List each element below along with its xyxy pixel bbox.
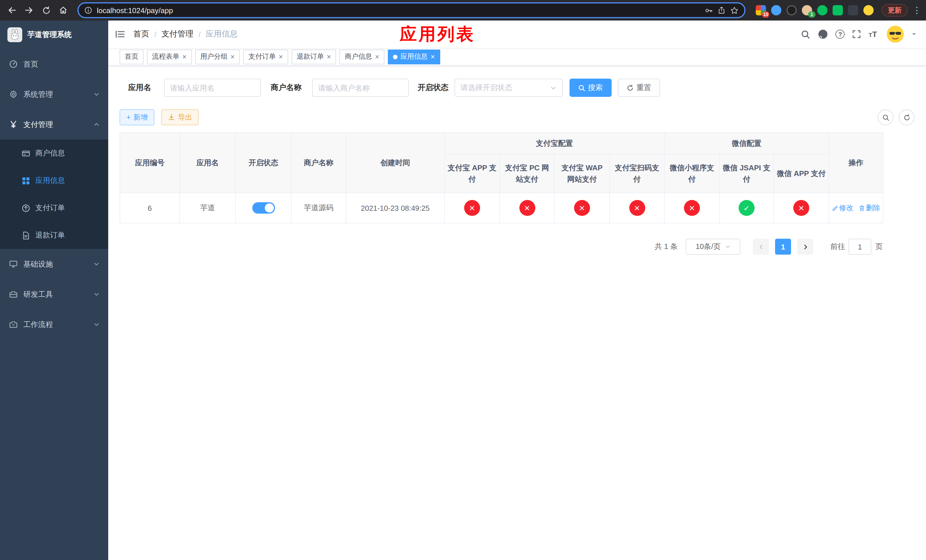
extension-green-circle-icon[interactable] [817, 5, 828, 15]
close-icon[interactable]: × [327, 53, 331, 61]
navbar-actions: ? TT [801, 26, 917, 43]
extension-avatar-icon[interactable]: 1 [802, 5, 812, 15]
toggle-search-button[interactable] [878, 109, 894, 125]
extension-green-square-icon[interactable] [832, 5, 843, 15]
cell-app-name: 芋道 [180, 193, 236, 223]
next-page-button[interactable] [797, 239, 813, 255]
url-bar[interactable]: localhost:1024/pay/app [77, 2, 746, 18]
col-wechat-jsapi: 微信 JSAPI 支付 [720, 154, 774, 193]
extension-blue-icon[interactable] [771, 5, 781, 15]
search-form: 应用名 商户名称 开启状态 请选择开启状态 搜索 重置 [128, 79, 915, 97]
sidebar-toggle-icon[interactable] [115, 29, 125, 39]
close-icon[interactable]: × [278, 53, 283, 61]
breadcrumb-current: 应用信息 [206, 29, 238, 39]
grid-icon [21, 176, 30, 185]
help-icon[interactable]: ? [836, 30, 845, 39]
browser-back-icon[interactable] [5, 3, 20, 18]
status-label: 开启状态 [418, 83, 448, 93]
edit-link[interactable]: 修改 [832, 203, 853, 213]
extension-puzzle-icon[interactable] [848, 5, 858, 15]
sidebar-item-workflow[interactable]: 工作流程 [0, 309, 108, 339]
tag-home[interactable]: 首页 [120, 49, 144, 64]
sidebar-item-refund-order[interactable]: 退款订单 [0, 222, 108, 249]
app-title: 芋道管理系统 [27, 30, 72, 40]
share-icon[interactable] [717, 6, 726, 14]
extension-dark-icon[interactable] [787, 5, 797, 15]
search-button[interactable]: 搜索 [569, 79, 611, 97]
breadcrumb-section[interactable]: 支付管理 [162, 29, 193, 39]
credit-card-icon [21, 149, 30, 157]
caret-down-icon[interactable] [911, 31, 917, 37]
document-icon [21, 231, 30, 239]
payment-submenu: 商户信息 应用信息 支付订单 [0, 139, 108, 249]
prev-page-button[interactable] [753, 239, 769, 255]
browser-home-icon[interactable] [56, 3, 71, 18]
reset-button[interactable]: 重置 [617, 79, 660, 97]
browser-forward-icon[interactable] [22, 3, 36, 18]
search-icon [578, 84, 585, 91]
alipay-pc-status-icon: ✕ [519, 200, 535, 216]
app-logo[interactable]: 芋道管理系统 [0, 21, 108, 49]
font-size-icon[interactable]: TT [869, 30, 877, 39]
tag-app-info[interactable]: 应用信息× [388, 49, 440, 64]
tag-user-group[interactable]: 用户分组× [195, 49, 240, 64]
status-select[interactable]: 请选择开启状态 [454, 79, 562, 97]
extension-grid-icon[interactable]: 10 [756, 5, 766, 15]
breadcrumb: 首页 / 支付管理 / 应用信息 [133, 29, 238, 39]
password-key-icon[interactable] [705, 6, 713, 15]
chevron-left-icon [758, 244, 764, 250]
screen: localhost:1024/pay/app 10 1 更新 ⋮ [0, 0, 926, 560]
github-icon[interactable] [818, 29, 828, 39]
browser-reload-icon[interactable] [39, 3, 53, 18]
tag-refund-order[interactable]: 退款订单× [292, 49, 336, 64]
add-button[interactable]: + 新增 [120, 109, 154, 125]
group-wechat-config: 微信配置 [664, 132, 829, 154]
site-info-icon[interactable] [84, 6, 92, 14]
search-icon[interactable] [801, 29, 811, 39]
sidebar-item-app-info[interactable]: 应用信息 [0, 167, 108, 194]
top-navbar: 首页 / 支付管理 / 应用信息 应用列表 ? [108, 21, 926, 48]
status-toggle[interactable] [252, 202, 275, 213]
merchant-name-input[interactable] [312, 79, 409, 97]
chevron-down-icon [725, 244, 730, 250]
close-icon[interactable]: × [182, 53, 186, 61]
tag-label: 退款订单 [297, 52, 324, 62]
app-name-label: 应用名 [128, 83, 151, 93]
browser-menu-icon[interactable]: ⋮ [912, 5, 921, 15]
user-avatar[interactable] [887, 26, 904, 43]
sidebar-item-label: 研发工具 [23, 289, 53, 300]
extensions-area: 10 1 [756, 5, 874, 15]
goto-page-input[interactable] [849, 239, 872, 255]
fullscreen-icon[interactable] [852, 30, 861, 39]
browser-update-button[interactable]: 更新 [882, 4, 908, 17]
refresh-table-button[interactable] [899, 109, 915, 125]
close-icon[interactable]: × [431, 53, 435, 61]
close-icon[interactable]: × [230, 53, 235, 61]
tag-merchant-info[interactable]: 商户信息× [340, 49, 384, 64]
sidebar-item-system[interactable]: 系统管理 [0, 79, 108, 109]
url-text[interactable]: localhost:1024/pay/app [97, 6, 700, 15]
toolbox-icon [9, 290, 18, 298]
tag-pay-order[interactable]: 支付订单× [243, 49, 288, 64]
sidebar-item-label: 首页 [23, 59, 38, 69]
sidebar-item-merchant-info[interactable]: 商户信息 [0, 139, 108, 167]
export-button[interactable]: 导出 [162, 109, 199, 125]
delete-link[interactable]: 删除 [858, 203, 880, 213]
tag-process-form[interactable]: 流程表单× [147, 49, 192, 64]
extension-emoji-icon[interactable] [863, 5, 874, 15]
sidebar-item-dev-tools[interactable]: 研发工具 [0, 279, 108, 309]
bookmark-star-icon[interactable] [730, 6, 738, 15]
current-page[interactable]: 1 [775, 239, 791, 255]
sidebar-item-pay-order[interactable]: 支付订单 [0, 194, 108, 222]
sidebar-item-infrastructure[interactable]: 基础设施 [0, 249, 108, 279]
toggle-knob [265, 203, 274, 212]
breadcrumb-home[interactable]: 首页 [133, 29, 149, 39]
sidebar-item-home[interactable]: 首页 [0, 49, 108, 79]
chevron-down-icon [550, 85, 556, 91]
app-name-input[interactable] [164, 79, 260, 97]
sidebar-item-payment[interactable]: 支付管理 [0, 109, 108, 139]
tags-view: 首页 流程表单× 用户分组× 支付订单× 退款订单× 商户信息× 应用信息× [108, 48, 926, 66]
close-icon[interactable]: × [375, 53, 379, 61]
page-size-select[interactable]: 10条/页 [686, 239, 740, 255]
chevron-down-icon [94, 261, 100, 267]
